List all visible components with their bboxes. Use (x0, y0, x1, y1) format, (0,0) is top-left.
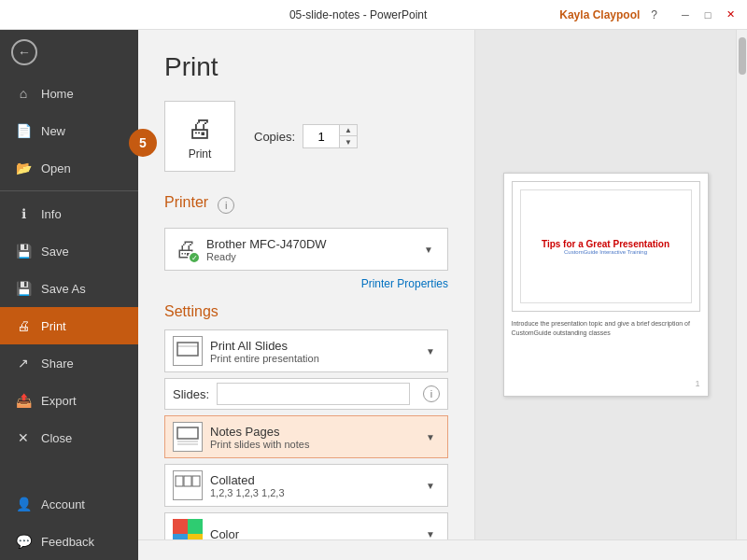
account-icon: 👤 (15, 497, 32, 511)
svg-rect-6 (184, 476, 191, 486)
share-icon: ↗ (15, 356, 32, 371)
print-all-text: Print All Slides Print entire presentati… (210, 339, 414, 364)
sidebar: ← ⌂ Home 📄 New 📂 Open ℹ Info 💾 Save 💾 Sa… (0, 30, 138, 560)
printer-section-header: Printer (164, 194, 208, 211)
new-icon: 📄 (15, 123, 32, 138)
slides-label: Slides: (173, 387, 209, 401)
sidebar-divider-1 (0, 190, 138, 191)
sidebar-item-account[interactable]: 👤 Account (0, 485, 138, 523)
home-icon: ⌂ (15, 86, 32, 101)
collated-row[interactable]: Collated 1,2,3 1,2,3 1,2,3 ▼ (164, 464, 448, 507)
save-icon: 💾 (15, 244, 32, 259)
color-icon (173, 519, 203, 539)
sidebar-item-new[interactable]: 📄 New (0, 112, 138, 149)
printer-selector[interactable]: 🖨 ✓ Brother MFC-J470DW Ready ▼ (164, 228, 448, 271)
window-controls: ─ □ ✕ (676, 6, 740, 24)
saveas-icon: 💾 (15, 281, 32, 296)
svg-rect-0 (177, 343, 198, 356)
preview-panel: Tips for a Great Presentation CustomGuid… (474, 30, 736, 539)
slides-info-btn[interactable]: i (423, 385, 440, 402)
print-all-slides-row[interactable]: Print All Slides Print entire presentati… (164, 329, 448, 372)
sidebar-label-open: Open (41, 161, 71, 175)
sidebar-label-print: Print (41, 319, 66, 333)
print-title: Print (164, 52, 448, 82)
sidebar-label-save: Save (41, 245, 69, 259)
sidebar-item-export[interactable]: 📤 Export (0, 382, 138, 419)
collated-text: Collated 1,2,3 1,2,3 1,2,3 (210, 473, 414, 498)
sidebar-item-open[interactable]: 📂 Open (0, 149, 138, 187)
step-badge: 5 (129, 129, 157, 157)
copies-label: Copies: (254, 130, 295, 144)
notes-pages-title: Notes Pages (210, 425, 414, 439)
scroll-thumb[interactable] (739, 37, 746, 75)
print-all-dropdown-arrow[interactable]: ▼ (421, 346, 440, 357)
collated-title: Collated (210, 473, 414, 487)
printer-large-icon: 🖨 (187, 113, 213, 144)
sidebar-label-info: Info (41, 207, 62, 221)
copies-up-arrow[interactable]: ▲ (340, 125, 357, 136)
preview-slide: Tips for a Great Presentation CustomGuid… (512, 181, 700, 312)
slide-title: Tips for a Great Presentation (542, 239, 669, 249)
collated-dropdown-arrow[interactable]: ▼ (421, 481, 440, 491)
sidebar-item-save[interactable]: 💾 Save (0, 232, 138, 270)
close-button[interactable]: ✕ (721, 6, 740, 24)
copies-area: Copies: ▲ ▼ (254, 124, 358, 148)
copies-input[interactable] (303, 125, 339, 147)
slides-input[interactable] (217, 383, 410, 405)
back-button[interactable]: ← (0, 30, 138, 75)
user-name: Kayla Claypool (559, 8, 640, 21)
printer-properties-link[interactable]: Printer Properties (361, 277, 448, 290)
printer-info-btn[interactable]: i (218, 197, 234, 214)
statusbar (138, 539, 747, 560)
sidebar-item-print[interactable]: 🖨 Print (0, 307, 138, 344)
print-button-label: Print (189, 147, 212, 161)
color-row[interactable]: Color ▼ (164, 512, 448, 539)
sidebar-label-account: Account (41, 497, 85, 511)
printer-properties-area: Printer Properties (164, 276, 448, 290)
feedback-icon: 💬 (15, 534, 32, 549)
minimize-button[interactable]: ─ (676, 6, 695, 24)
printer-dropdown-arrow[interactable]: ▼ (419, 245, 438, 255)
sidebar-label-feedback: Feedback (41, 535, 94, 549)
window-title: 05-slide-notes - PowerPoint (157, 8, 559, 21)
printer-info: Brother MFC-J470DW Ready (206, 237, 410, 262)
preview-container: Tips for a Great Presentation CustomGuid… (503, 173, 709, 397)
back-circle-icon: ← (11, 39, 37, 65)
printer-ready-badge: ✓ (188, 251, 201, 264)
collated-sub: 1,2,3 1,2,3 1,2,3 (210, 487, 414, 498)
sidebar-item-info[interactable]: ℹ Info (0, 195, 138, 232)
sidebar-item-close[interactable]: ✕ Close (0, 419, 138, 456)
print-icon: 🖨 (15, 318, 32, 333)
svg-rect-5 (176, 476, 183, 486)
copies-down-arrow[interactable]: ▼ (340, 136, 357, 147)
color-dropdown-arrow[interactable]: ▼ (421, 529, 440, 539)
notes-pages-sub: Print slides with notes (210, 439, 414, 450)
notes-pages-row[interactable]: Notes Pages Print slides with notes ▼ (164, 415, 448, 458)
sidebar-label-home: Home (41, 87, 74, 101)
preview-page-num: 1 (695, 379, 699, 388)
print-panel: Print 🖨 Print Copies: ▲ ▼ (138, 30, 474, 539)
print-all-sub: Print entire presentation (210, 353, 414, 364)
print-btn-area: 🖨 Print Copies: ▲ ▼ (164, 101, 448, 172)
sidebar-item-feedback[interactable]: 💬 Feedback (0, 523, 138, 560)
right-scrollbar[interactable] (736, 30, 747, 539)
collated-icon (173, 470, 203, 500)
slides-row: Slides: i (164, 378, 448, 410)
sidebar-item-saveas[interactable]: 💾 Save As (0, 270, 138, 307)
print-button[interactable]: 🖨 Print (164, 101, 235, 172)
sidebar-label-export: Export (41, 394, 77, 408)
notes-pages-dropdown-arrow[interactable]: ▼ (421, 432, 440, 442)
maximize-button[interactable]: □ (698, 6, 717, 24)
sidebar-label-close: Close (41, 431, 72, 445)
help-button[interactable]: ? (651, 8, 657, 21)
sidebar-label-share: Share (41, 357, 74, 371)
copies-arrows: ▲ ▼ (339, 125, 357, 147)
sidebar-item-share[interactable]: ↗ Share (0, 344, 138, 382)
notes-pages-icon (173, 422, 203, 452)
svg-rect-2 (177, 427, 198, 439)
copies-spinner[interactable]: ▲ ▼ (303, 124, 358, 148)
sidebar-label-new: New (41, 124, 65, 138)
settings-section-header: Settings (164, 303, 448, 320)
sidebar-item-home[interactable]: ⌂ Home (0, 75, 138, 112)
app-body: ← ⌂ Home 📄 New 📂 Open ℹ Info 💾 Save 💾 Sa… (0, 30, 747, 560)
